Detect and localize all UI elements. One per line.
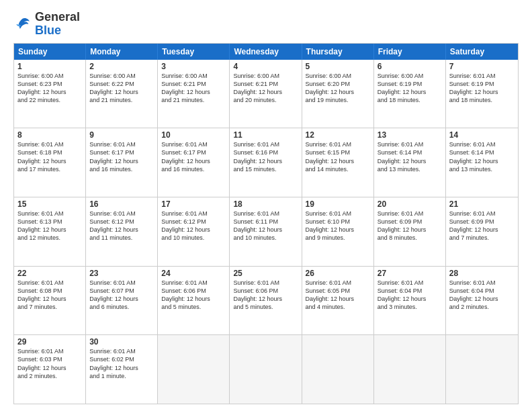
day-cell: 16Sunrise: 6:01 AM Sunset: 6:12 PM Dayli… xyxy=(86,197,158,266)
day-cell: 26Sunrise: 6:01 AM Sunset: 6:05 PM Dayli… xyxy=(302,267,374,335)
day-number: 12 xyxy=(306,130,370,140)
day-number: 24 xyxy=(161,269,226,278)
day-cell: 29Sunrise: 6:01 AM Sunset: 6:03 PM Dayli… xyxy=(14,335,86,404)
day-info: Sunrise: 6:01 AM Sunset: 6:04 PM Dayligh… xyxy=(378,279,442,312)
day-info: Sunrise: 6:01 AM Sunset: 6:17 PM Dayligh… xyxy=(161,140,226,173)
weekday-header: Wednesday xyxy=(230,44,302,60)
day-number: 8 xyxy=(17,130,82,140)
day-info: Sunrise: 6:01 AM Sunset: 6:13 PM Dayligh… xyxy=(17,210,82,242)
day-number: 29 xyxy=(17,337,82,347)
day-info: Sunrise: 6:00 AM Sunset: 6:22 PM Dayligh… xyxy=(89,72,154,105)
day-number: 30 xyxy=(89,337,154,347)
day-cell: 20Sunrise: 6:01 AM Sunset: 6:09 PM Dayli… xyxy=(374,197,446,266)
day-cell: 28Sunrise: 6:01 AM Sunset: 6:04 PM Dayli… xyxy=(446,267,518,335)
day-number: 22 xyxy=(17,269,82,278)
day-cell: 12Sunrise: 6:01 AM Sunset: 6:15 PM Dayli… xyxy=(302,128,374,197)
empty-cell xyxy=(302,335,374,404)
day-number: 26 xyxy=(306,269,370,278)
calendar-row: 8Sunrise: 6:01 AM Sunset: 6:18 PM Daylig… xyxy=(14,128,518,197)
day-cell: 27Sunrise: 6:01 AM Sunset: 6:04 PM Dayli… xyxy=(374,267,446,335)
day-info: Sunrise: 6:01 AM Sunset: 6:04 PM Dayligh… xyxy=(449,279,515,312)
empty-cell xyxy=(158,335,230,404)
day-cell: 15Sunrise: 6:01 AM Sunset: 6:13 PM Dayli… xyxy=(14,197,86,266)
day-number: 16 xyxy=(89,199,154,209)
day-number: 5 xyxy=(306,62,370,71)
day-cell: 19Sunrise: 6:01 AM Sunset: 6:10 PM Dayli… xyxy=(302,197,374,266)
weekday-header: Thursday xyxy=(302,44,374,60)
day-info: Sunrise: 6:01 AM Sunset: 6:17 PM Dayligh… xyxy=(89,140,154,173)
day-cell: 2Sunrise: 6:00 AM Sunset: 6:22 PM Daylig… xyxy=(86,60,158,128)
day-info: Sunrise: 6:01 AM Sunset: 6:14 PM Dayligh… xyxy=(449,140,515,173)
day-info: Sunrise: 6:01 AM Sunset: 6:16 PM Dayligh… xyxy=(233,140,298,173)
day-info: Sunrise: 6:00 AM Sunset: 6:23 PM Dayligh… xyxy=(17,72,82,105)
day-number: 23 xyxy=(89,269,154,278)
day-number: 1 xyxy=(17,62,82,71)
day-info: Sunrise: 6:01 AM Sunset: 6:18 PM Dayligh… xyxy=(17,140,82,173)
day-info: Sunrise: 6:01 AM Sunset: 6:09 PM Dayligh… xyxy=(449,210,515,242)
day-info: Sunrise: 6:01 AM Sunset: 6:19 PM Dayligh… xyxy=(449,72,515,105)
logo-text: General Blue xyxy=(35,11,80,38)
day-cell: 6Sunrise: 6:00 AM Sunset: 6:19 PM Daylig… xyxy=(374,60,446,128)
header: General Blue xyxy=(13,11,519,38)
day-number: 13 xyxy=(378,130,442,140)
day-number: 28 xyxy=(449,269,515,278)
day-info: Sunrise: 6:01 AM Sunset: 6:05 PM Dayligh… xyxy=(306,279,370,312)
calendar-row: 22Sunrise: 6:01 AM Sunset: 6:08 PM Dayli… xyxy=(14,266,518,335)
day-number: 3 xyxy=(161,62,226,71)
weekday-header: Friday xyxy=(374,44,446,60)
calendar-body: 1Sunrise: 6:00 AM Sunset: 6:23 PM Daylig… xyxy=(14,60,518,404)
day-number: 14 xyxy=(449,130,515,140)
weekday-header: Tuesday xyxy=(158,44,230,60)
day-info: Sunrise: 6:01 AM Sunset: 6:14 PM Dayligh… xyxy=(378,140,442,173)
day-number: 7 xyxy=(449,62,515,71)
day-info: Sunrise: 6:01 AM Sunset: 6:08 PM Dayligh… xyxy=(17,279,82,312)
weekday-header: Monday xyxy=(86,44,158,60)
empty-cell xyxy=(230,335,302,404)
day-cell: 11Sunrise: 6:01 AM Sunset: 6:16 PM Dayli… xyxy=(230,128,302,197)
empty-cell xyxy=(446,335,518,404)
day-cell: 10Sunrise: 6:01 AM Sunset: 6:17 PM Dayli… xyxy=(158,128,230,197)
calendar-row: 1Sunrise: 6:00 AM Sunset: 6:23 PM Daylig… xyxy=(14,60,518,128)
calendar: SundayMondayTuesdayWednesdayThursdayFrid… xyxy=(13,43,519,404)
day-cell: 7Sunrise: 6:01 AM Sunset: 6:19 PM Daylig… xyxy=(446,60,518,128)
day-info: Sunrise: 6:01 AM Sunset: 6:06 PM Dayligh… xyxy=(161,279,226,312)
day-info: Sunrise: 6:01 AM Sunset: 6:09 PM Dayligh… xyxy=(378,210,442,242)
day-number: 17 xyxy=(161,199,226,209)
day-number: 25 xyxy=(233,269,298,278)
day-number: 20 xyxy=(378,199,442,209)
day-cell: 23Sunrise: 6:01 AM Sunset: 6:07 PM Dayli… xyxy=(86,267,158,335)
day-info: Sunrise: 6:01 AM Sunset: 6:02 PM Dayligh… xyxy=(89,347,154,380)
day-info: Sunrise: 6:01 AM Sunset: 6:12 PM Dayligh… xyxy=(161,210,226,242)
empty-cell xyxy=(374,335,446,404)
day-number: 11 xyxy=(233,130,298,140)
day-number: 27 xyxy=(378,269,442,278)
logo-bird-icon xyxy=(13,15,32,34)
day-number: 19 xyxy=(306,199,370,209)
day-cell: 9Sunrise: 6:01 AM Sunset: 6:17 PM Daylig… xyxy=(86,128,158,197)
day-number: 10 xyxy=(161,130,226,140)
day-cell: 25Sunrise: 6:01 AM Sunset: 6:06 PM Dayli… xyxy=(230,267,302,335)
day-info: Sunrise: 6:01 AM Sunset: 6:06 PM Dayligh… xyxy=(233,279,298,312)
day-number: 18 xyxy=(233,199,298,209)
day-cell: 3Sunrise: 6:00 AM Sunset: 6:21 PM Daylig… xyxy=(158,60,230,128)
day-cell: 4Sunrise: 6:00 AM Sunset: 6:21 PM Daylig… xyxy=(230,60,302,128)
logo: General Blue xyxy=(13,11,80,38)
day-info: Sunrise: 6:00 AM Sunset: 6:21 PM Dayligh… xyxy=(161,72,226,105)
weekday-header: Sunday xyxy=(14,44,86,60)
day-info: Sunrise: 6:01 AM Sunset: 6:15 PM Dayligh… xyxy=(306,140,370,173)
day-info: Sunrise: 6:01 AM Sunset: 6:11 PM Dayligh… xyxy=(233,210,298,242)
page: General Blue SundayMondayTuesdayWednesda… xyxy=(0,0,532,411)
weekday-header: Saturday xyxy=(446,44,518,60)
day-info: Sunrise: 6:00 AM Sunset: 6:19 PM Dayligh… xyxy=(378,72,442,105)
day-number: 4 xyxy=(233,62,298,71)
day-info: Sunrise: 6:01 AM Sunset: 6:07 PM Dayligh… xyxy=(89,279,154,312)
day-cell: 24Sunrise: 6:01 AM Sunset: 6:06 PM Dayli… xyxy=(158,267,230,335)
day-cell: 22Sunrise: 6:01 AM Sunset: 6:08 PM Dayli… xyxy=(14,267,86,335)
calendar-row: 29Sunrise: 6:01 AM Sunset: 6:03 PM Dayli… xyxy=(14,334,518,404)
day-cell: 14Sunrise: 6:01 AM Sunset: 6:14 PM Dayli… xyxy=(446,128,518,197)
day-number: 9 xyxy=(89,130,154,140)
day-number: 15 xyxy=(17,199,82,209)
day-number: 6 xyxy=(378,62,442,71)
day-info: Sunrise: 6:01 AM Sunset: 6:10 PM Dayligh… xyxy=(306,210,370,242)
day-cell: 8Sunrise: 6:01 AM Sunset: 6:18 PM Daylig… xyxy=(14,128,86,197)
